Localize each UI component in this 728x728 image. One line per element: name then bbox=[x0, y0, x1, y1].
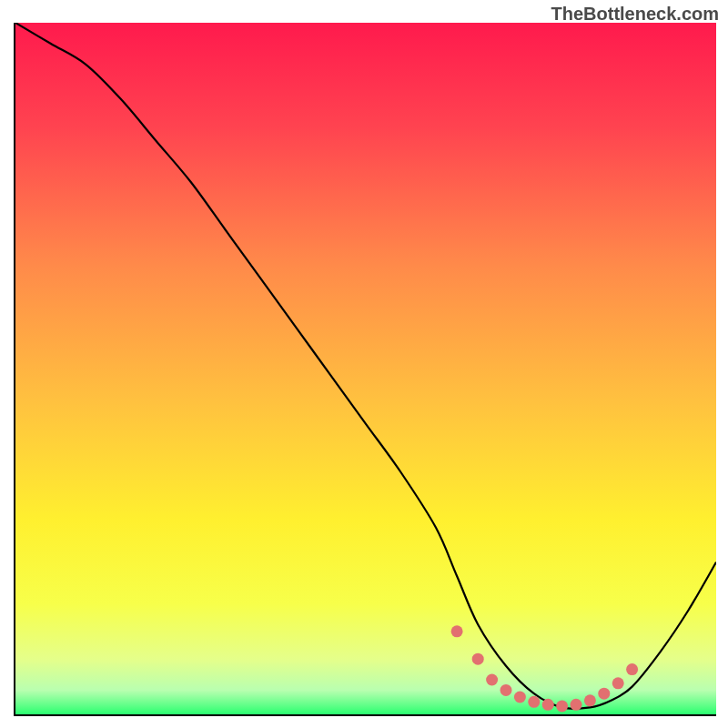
marker-dot bbox=[528, 696, 540, 708]
chart-container: TheBottleneck.com bbox=[0, 0, 728, 728]
marker-dot bbox=[626, 663, 638, 675]
marker-dot bbox=[500, 684, 512, 696]
marker-dot bbox=[486, 674, 498, 686]
marker-dot bbox=[612, 677, 624, 689]
marker-dot bbox=[542, 699, 554, 711]
marker-dot bbox=[451, 625, 463, 637]
marker-dot bbox=[571, 699, 582, 711]
gradient-background bbox=[15, 23, 716, 714]
marker-dot bbox=[598, 688, 610, 700]
chart-svg bbox=[15, 23, 716, 714]
marker-dot bbox=[584, 694, 596, 706]
plot-area bbox=[14, 23, 716, 716]
watermark: TheBottleneck.com bbox=[551, 4, 719, 25]
marker-dot bbox=[472, 653, 484, 665]
marker-dot bbox=[514, 692, 526, 703]
marker-dot bbox=[556, 700, 568, 712]
